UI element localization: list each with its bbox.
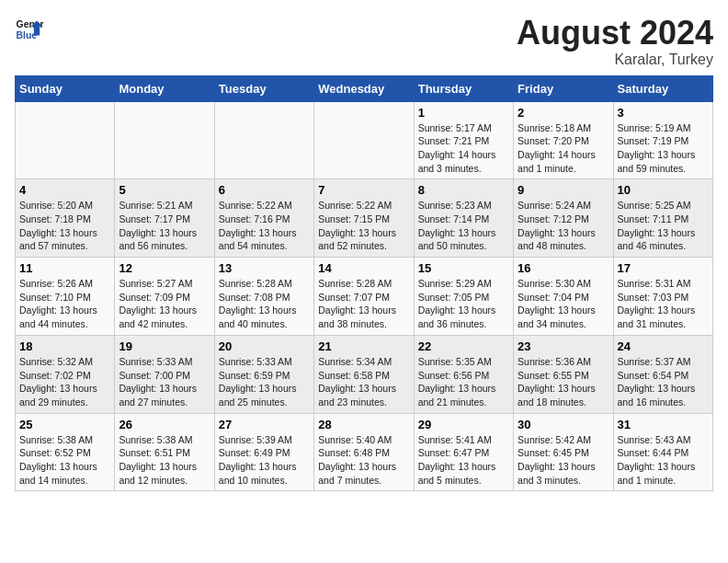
day-info: Sunrise: 5:34 AM Sunset: 6:58 PM Dayligh… xyxy=(318,355,409,409)
logo: General Blue xyxy=(15,15,44,44)
day-info: Sunrise: 5:21 AM Sunset: 7:17 PM Dayligh… xyxy=(119,199,210,253)
day-number: 15 xyxy=(418,261,509,275)
day-info: Sunrise: 5:33 AM Sunset: 6:59 PM Dayligh… xyxy=(219,355,310,409)
calendar-day-cell: 10Sunrise: 5:25 AM Sunset: 7:11 PM Dayli… xyxy=(613,179,712,258)
calendar-week-row: 4Sunrise: 5:20 AM Sunset: 7:18 PM Daylig… xyxy=(16,179,713,258)
page-header: General Blue August 2024 Karalar, Turkey xyxy=(15,15,713,68)
calendar-day-cell: 13Sunrise: 5:28 AM Sunset: 7:08 PM Dayli… xyxy=(214,258,313,336)
day-number: 21 xyxy=(318,339,409,353)
day-info: Sunrise: 5:43 AM Sunset: 6:44 PM Dayligh… xyxy=(618,433,709,488)
day-number: 17 xyxy=(618,261,709,275)
calendar-day-cell: 22Sunrise: 5:35 AM Sunset: 6:56 PM Dayli… xyxy=(414,335,513,413)
calendar-day-cell: 17Sunrise: 5:31 AM Sunset: 7:03 PM Dayli… xyxy=(613,258,712,336)
day-info: Sunrise: 5:26 AM Sunset: 7:10 PM Dayligh… xyxy=(19,277,110,331)
day-number: 27 xyxy=(219,418,310,431)
day-number: 18 xyxy=(19,339,110,353)
day-info: Sunrise: 5:24 AM Sunset: 7:12 PM Dayligh… xyxy=(518,199,609,253)
calendar-day-cell: 29Sunrise: 5:41 AM Sunset: 6:47 PM Dayli… xyxy=(414,413,513,491)
calendar-day-cell: 3Sunrise: 5:19 AM Sunset: 7:19 PM Daylig… xyxy=(613,101,712,179)
day-info: Sunrise: 5:36 AM Sunset: 6:55 PM Dayligh… xyxy=(518,355,609,409)
day-info: Sunrise: 5:23 AM Sunset: 7:14 PM Dayligh… xyxy=(418,199,509,253)
calendar-day-cell: 23Sunrise: 5:36 AM Sunset: 6:55 PM Dayli… xyxy=(514,335,613,413)
calendar-day-cell: 28Sunrise: 5:40 AM Sunset: 6:48 PM Dayli… xyxy=(314,413,414,491)
day-number: 23 xyxy=(518,339,609,353)
day-number: 16 xyxy=(518,261,609,275)
day-number: 13 xyxy=(219,261,310,275)
calendar-day-cell: 8Sunrise: 5:23 AM Sunset: 7:14 PM Daylig… xyxy=(414,179,513,258)
calendar-day-cell: 1Sunrise: 5:17 AM Sunset: 7:21 PM Daylig… xyxy=(414,101,513,179)
day-number: 19 xyxy=(119,339,210,353)
day-number: 6 xyxy=(219,183,310,197)
calendar-day-cell: 9Sunrise: 5:24 AM Sunset: 7:12 PM Daylig… xyxy=(514,179,613,258)
calendar-day-cell xyxy=(115,101,214,179)
day-number: 28 xyxy=(318,418,409,431)
calendar-day-cell: 27Sunrise: 5:39 AM Sunset: 6:49 PM Dayli… xyxy=(214,413,313,491)
calendar-day-cell: 31Sunrise: 5:43 AM Sunset: 6:44 PM Dayli… xyxy=(613,413,712,491)
day-number: 1 xyxy=(418,106,509,120)
day-info: Sunrise: 5:28 AM Sunset: 7:08 PM Dayligh… xyxy=(219,277,310,331)
day-info: Sunrise: 5:37 AM Sunset: 6:54 PM Dayligh… xyxy=(618,355,709,409)
calendar-day-cell: 24Sunrise: 5:37 AM Sunset: 6:54 PM Dayli… xyxy=(613,335,712,413)
day-info: Sunrise: 5:25 AM Sunset: 7:11 PM Dayligh… xyxy=(618,199,709,253)
calendar-week-row: 1Sunrise: 5:17 AM Sunset: 7:21 PM Daylig… xyxy=(16,101,713,179)
day-of-week-header: Saturday xyxy=(613,75,712,101)
calendar-day-cell: 30Sunrise: 5:42 AM Sunset: 6:45 PM Dayli… xyxy=(514,413,613,491)
day-number: 9 xyxy=(518,183,609,197)
calendar-day-cell: 6Sunrise: 5:22 AM Sunset: 7:16 PM Daylig… xyxy=(214,179,313,258)
day-of-week-header: Friday xyxy=(514,75,613,101)
calendar-day-cell: 21Sunrise: 5:34 AM Sunset: 6:58 PM Dayli… xyxy=(314,335,414,413)
day-info: Sunrise: 5:38 AM Sunset: 6:52 PM Dayligh… xyxy=(19,433,110,488)
calendar-day-cell: 12Sunrise: 5:27 AM Sunset: 7:09 PM Dayli… xyxy=(115,258,214,336)
calendar-day-cell xyxy=(16,101,115,179)
day-info: Sunrise: 5:35 AM Sunset: 6:56 PM Dayligh… xyxy=(418,355,509,409)
day-number: 24 xyxy=(618,339,709,353)
calendar-day-cell: 25Sunrise: 5:38 AM Sunset: 6:52 PM Dayli… xyxy=(16,413,115,491)
day-number: 8 xyxy=(418,183,509,197)
calendar-day-cell: 4Sunrise: 5:20 AM Sunset: 7:18 PM Daylig… xyxy=(16,179,115,258)
day-number: 4 xyxy=(19,183,110,197)
calendar-day-cell: 16Sunrise: 5:30 AM Sunset: 7:04 PM Dayli… xyxy=(514,258,613,336)
day-info: Sunrise: 5:32 AM Sunset: 7:02 PM Dayligh… xyxy=(19,355,110,409)
day-info: Sunrise: 5:17 AM Sunset: 7:21 PM Dayligh… xyxy=(418,121,509,176)
day-number: 29 xyxy=(418,418,509,431)
day-of-week-header: Sunday xyxy=(16,75,115,101)
day-number: 20 xyxy=(219,339,310,353)
day-info: Sunrise: 5:19 AM Sunset: 7:19 PM Dayligh… xyxy=(618,121,709,176)
calendar-week-row: 11Sunrise: 5:26 AM Sunset: 7:10 PM Dayli… xyxy=(16,258,713,336)
calendar-week-row: 25Sunrise: 5:38 AM Sunset: 6:52 PM Dayli… xyxy=(16,413,713,491)
day-of-week-header: Wednesday xyxy=(314,75,414,101)
day-info: Sunrise: 5:31 AM Sunset: 7:03 PM Dayligh… xyxy=(618,277,709,331)
day-number: 11 xyxy=(19,261,110,275)
calendar-day-cell: 20Sunrise: 5:33 AM Sunset: 6:59 PM Dayli… xyxy=(214,335,313,413)
day-number: 7 xyxy=(318,183,409,197)
day-info: Sunrise: 5:28 AM Sunset: 7:07 PM Dayligh… xyxy=(318,277,409,331)
calendar-day-cell: 19Sunrise: 5:33 AM Sunset: 7:00 PM Dayli… xyxy=(115,335,214,413)
day-number: 5 xyxy=(119,183,210,197)
day-of-week-header: Thursday xyxy=(414,75,513,101)
day-number: 2 xyxy=(518,106,609,120)
calendar-header-row: SundayMondayTuesdayWednesdayThursdayFrid… xyxy=(16,75,713,101)
day-number: 3 xyxy=(618,106,709,120)
calendar-day-cell: 15Sunrise: 5:29 AM Sunset: 7:05 PM Dayli… xyxy=(414,258,513,336)
day-info: Sunrise: 5:20 AM Sunset: 7:18 PM Dayligh… xyxy=(19,199,110,253)
logo-icon: General Blue xyxy=(15,15,44,44)
calendar-day-cell: 26Sunrise: 5:38 AM Sunset: 6:51 PM Dayli… xyxy=(115,413,214,491)
day-info: Sunrise: 5:18 AM Sunset: 7:20 PM Dayligh… xyxy=(518,121,609,176)
day-info: Sunrise: 5:30 AM Sunset: 7:04 PM Dayligh… xyxy=(518,277,609,331)
location-subtitle: Karalar, Turkey xyxy=(517,52,713,68)
day-info: Sunrise: 5:39 AM Sunset: 6:49 PM Dayligh… xyxy=(219,433,310,488)
title-block: August 2024 Karalar, Turkey xyxy=(517,15,713,68)
month-year-title: August 2024 xyxy=(517,15,713,52)
calendar-table: SundayMondayTuesdayWednesdayThursdayFrid… xyxy=(15,75,713,492)
day-info: Sunrise: 5:38 AM Sunset: 6:51 PM Dayligh… xyxy=(119,433,210,488)
day-info: Sunrise: 5:22 AM Sunset: 7:15 PM Dayligh… xyxy=(318,199,409,253)
day-number: 31 xyxy=(618,418,709,431)
day-info: Sunrise: 5:33 AM Sunset: 7:00 PM Dayligh… xyxy=(119,355,210,409)
calendar-day-cell: 14Sunrise: 5:28 AM Sunset: 7:07 PM Dayli… xyxy=(314,258,414,336)
calendar-day-cell: 2Sunrise: 5:18 AM Sunset: 7:20 PM Daylig… xyxy=(514,101,613,179)
calendar-day-cell: 18Sunrise: 5:32 AM Sunset: 7:02 PM Dayli… xyxy=(16,335,115,413)
day-of-week-header: Tuesday xyxy=(214,75,313,101)
day-info: Sunrise: 5:29 AM Sunset: 7:05 PM Dayligh… xyxy=(418,277,509,331)
day-info: Sunrise: 5:41 AM Sunset: 6:47 PM Dayligh… xyxy=(418,433,509,488)
day-info: Sunrise: 5:42 AM Sunset: 6:45 PM Dayligh… xyxy=(518,433,609,488)
